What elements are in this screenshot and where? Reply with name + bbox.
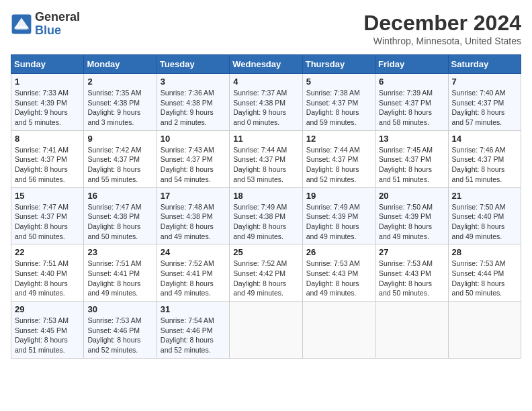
- day-number: 19: [306, 191, 371, 201]
- calendar-title: December 2024: [363, 11, 521, 36]
- calendar-header: SundayMondayTuesdayWednesdayThursdayFrid…: [11, 55, 521, 74]
- calendar-table: SundayMondayTuesdayWednesdayThursdayFrid…: [11, 54, 521, 359]
- day-cell-1: 1Sunrise: 7:33 AMSunset: 4:39 PMDaylight…: [11, 74, 84, 131]
- day-number: 13: [379, 134, 444, 144]
- day-info: Sunrise: 7:37 AMSunset: 4:38 PMDaylight:…: [233, 88, 298, 128]
- day-number: 4: [233, 77, 298, 87]
- day-number: 22: [15, 247, 80, 257]
- day-info: Sunrise: 7:51 AMSunset: 4:41 PMDaylight:…: [87, 259, 152, 298]
- day-info: Sunrise: 7:40 AMSunset: 4:37 PMDaylight:…: [452, 88, 517, 128]
- day-info: Sunrise: 7:46 AMSunset: 4:37 PMDaylight:…: [452, 145, 517, 185]
- week-row-4: 22Sunrise: 7:51 AMSunset: 4:40 PMDayligh…: [11, 244, 521, 302]
- day-info: Sunrise: 7:54 AMSunset: 4:46 PMDaylight:…: [161, 316, 226, 355]
- day-info: Sunrise: 7:51 AMSunset: 4:40 PMDaylight:…: [15, 259, 80, 298]
- day-info: Sunrise: 7:47 AMSunset: 4:37 PMDaylight:…: [15, 202, 80, 242]
- day-info: Sunrise: 7:36 AMSunset: 4:38 PMDaylight:…: [161, 88, 226, 128]
- day-info: Sunrise: 7:53 AMSunset: 4:43 PMDaylight:…: [306, 259, 371, 298]
- empty-cell: [448, 302, 521, 359]
- day-info: Sunrise: 7:44 AMSunset: 4:37 PMDaylight:…: [233, 145, 298, 185]
- day-cell-13: 13Sunrise: 7:45 AMSunset: 4:37 PMDayligh…: [375, 130, 448, 187]
- header: General Blue December 2024 Winthrop, Min…: [11, 11, 521, 46]
- calendar-body: 1Sunrise: 7:33 AMSunset: 4:39 PMDaylight…: [11, 74, 521, 359]
- calendar-subtitle: Winthrop, Minnesota, United States: [363, 36, 521, 46]
- day-cell-5: 5Sunrise: 7:38 AMSunset: 4:37 PMDaylight…: [302, 74, 375, 131]
- day-info: Sunrise: 7:44 AMSunset: 4:37 PMDaylight:…: [306, 145, 371, 185]
- day-number: 20: [379, 191, 444, 201]
- day-info: Sunrise: 7:52 AMSunset: 4:42 PMDaylight:…: [233, 259, 298, 298]
- day-number: 3: [161, 77, 226, 87]
- empty-cell: [375, 302, 448, 359]
- day-number: 15: [15, 191, 80, 201]
- day-cell-11: 11Sunrise: 7:44 AMSunset: 4:37 PMDayligh…: [230, 130, 302, 187]
- logo: General Blue: [11, 11, 80, 38]
- day-cell-4: 4Sunrise: 7:37 AMSunset: 4:38 PMDaylight…: [230, 74, 302, 131]
- day-info: Sunrise: 7:41 AMSunset: 4:37 PMDaylight:…: [15, 145, 80, 185]
- day-info: Sunrise: 7:49 AMSunset: 4:39 PMDaylight:…: [306, 202, 371, 242]
- weekday-header-saturday: Saturday: [448, 55, 521, 74]
- empty-cell: [230, 302, 302, 359]
- day-number: 23: [87, 247, 152, 257]
- weekday-header-wednesday: Wednesday: [230, 55, 302, 74]
- day-number: 27: [379, 247, 444, 257]
- day-info: Sunrise: 7:38 AMSunset: 4:37 PMDaylight:…: [306, 88, 371, 128]
- day-info: Sunrise: 7:52 AMSunset: 4:41 PMDaylight:…: [161, 259, 226, 298]
- logo-icon: [11, 13, 32, 35]
- day-info: Sunrise: 7:42 AMSunset: 4:37 PMDaylight:…: [87, 145, 152, 185]
- day-cell-16: 16Sunrise: 7:47 AMSunset: 4:38 PMDayligh…: [84, 187, 157, 244]
- day-info: Sunrise: 7:50 AMSunset: 4:40 PMDaylight:…: [452, 202, 517, 242]
- day-cell-24: 24Sunrise: 7:52 AMSunset: 4:41 PMDayligh…: [157, 244, 229, 302]
- day-number: 29: [15, 304, 80, 314]
- day-info: Sunrise: 7:53 AMSunset: 4:43 PMDaylight:…: [379, 259, 444, 298]
- day-cell-15: 15Sunrise: 7:47 AMSunset: 4:37 PMDayligh…: [11, 187, 84, 244]
- day-number: 8: [15, 134, 80, 144]
- day-cell-23: 23Sunrise: 7:51 AMSunset: 4:41 PMDayligh…: [84, 244, 157, 302]
- title-area: December 2024 Winthrop, Minnesota, Unite…: [363, 11, 521, 46]
- day-number: 21: [452, 191, 517, 201]
- day-info: Sunrise: 7:33 AMSunset: 4:39 PMDaylight:…: [15, 88, 80, 128]
- weekday-header-friday: Friday: [375, 55, 448, 74]
- weekday-header-sunday: Sunday: [11, 55, 84, 74]
- day-cell-3: 3Sunrise: 7:36 AMSunset: 4:38 PMDaylight…: [157, 74, 229, 131]
- day-cell-26: 26Sunrise: 7:53 AMSunset: 4:43 PMDayligh…: [302, 244, 375, 302]
- week-row-3: 15Sunrise: 7:47 AMSunset: 4:37 PMDayligh…: [11, 187, 521, 244]
- day-cell-21: 21Sunrise: 7:50 AMSunset: 4:40 PMDayligh…: [448, 187, 521, 244]
- day-number: 1: [15, 77, 80, 87]
- day-number: 6: [379, 77, 444, 87]
- day-info: Sunrise: 7:53 AMSunset: 4:44 PMDaylight:…: [452, 259, 517, 298]
- weekday-header-tuesday: Tuesday: [157, 55, 229, 74]
- day-info: Sunrise: 7:48 AMSunset: 4:38 PMDaylight:…: [161, 202, 226, 242]
- weekday-header-row: SundayMondayTuesdayWednesdayThursdayFrid…: [11, 55, 521, 74]
- day-number: 7: [452, 77, 517, 87]
- week-row-2: 8Sunrise: 7:41 AMSunset: 4:37 PMDaylight…: [11, 130, 521, 187]
- day-number: 12: [306, 134, 371, 144]
- day-number: 5: [306, 77, 371, 87]
- day-number: 9: [87, 134, 152, 144]
- day-info: Sunrise: 7:49 AMSunset: 4:38 PMDaylight:…: [233, 202, 298, 242]
- day-number: 30: [87, 304, 152, 314]
- day-cell-29: 29Sunrise: 7:53 AMSunset: 4:45 PMDayligh…: [11, 302, 84, 359]
- day-cell-17: 17Sunrise: 7:48 AMSunset: 4:38 PMDayligh…: [157, 187, 229, 244]
- day-cell-12: 12Sunrise: 7:44 AMSunset: 4:37 PMDayligh…: [302, 130, 375, 187]
- day-info: Sunrise: 7:45 AMSunset: 4:37 PMDaylight:…: [379, 145, 444, 185]
- day-cell-2: 2Sunrise: 7:35 AMSunset: 4:38 PMDaylight…: [84, 74, 157, 131]
- day-info: Sunrise: 7:50 AMSunset: 4:39 PMDaylight:…: [379, 202, 444, 242]
- day-number: 24: [161, 247, 226, 257]
- day-cell-10: 10Sunrise: 7:43 AMSunset: 4:37 PMDayligh…: [157, 130, 229, 187]
- day-number: 17: [161, 191, 226, 201]
- day-info: Sunrise: 7:39 AMSunset: 4:37 PMDaylight:…: [379, 88, 444, 128]
- day-info: Sunrise: 7:35 AMSunset: 4:38 PMDaylight:…: [87, 88, 152, 128]
- day-cell-30: 30Sunrise: 7:53 AMSunset: 4:46 PMDayligh…: [84, 302, 157, 359]
- day-cell-7: 7Sunrise: 7:40 AMSunset: 4:37 PMDaylight…: [448, 74, 521, 131]
- day-cell-8: 8Sunrise: 7:41 AMSunset: 4:37 PMDaylight…: [11, 130, 84, 187]
- day-cell-27: 27Sunrise: 7:53 AMSunset: 4:43 PMDayligh…: [375, 244, 448, 302]
- day-info: Sunrise: 7:53 AMSunset: 4:46 PMDaylight:…: [87, 316, 152, 355]
- day-info: Sunrise: 7:47 AMSunset: 4:38 PMDaylight:…: [87, 202, 152, 242]
- day-number: 25: [233, 247, 298, 257]
- day-number: 31: [161, 304, 226, 314]
- day-number: 16: [87, 191, 152, 201]
- day-cell-28: 28Sunrise: 7:53 AMSunset: 4:44 PMDayligh…: [448, 244, 521, 302]
- day-number: 14: [452, 134, 517, 144]
- day-number: 26: [306, 247, 371, 257]
- day-cell-20: 20Sunrise: 7:50 AMSunset: 4:39 PMDayligh…: [375, 187, 448, 244]
- weekday-header-monday: Monday: [84, 55, 157, 74]
